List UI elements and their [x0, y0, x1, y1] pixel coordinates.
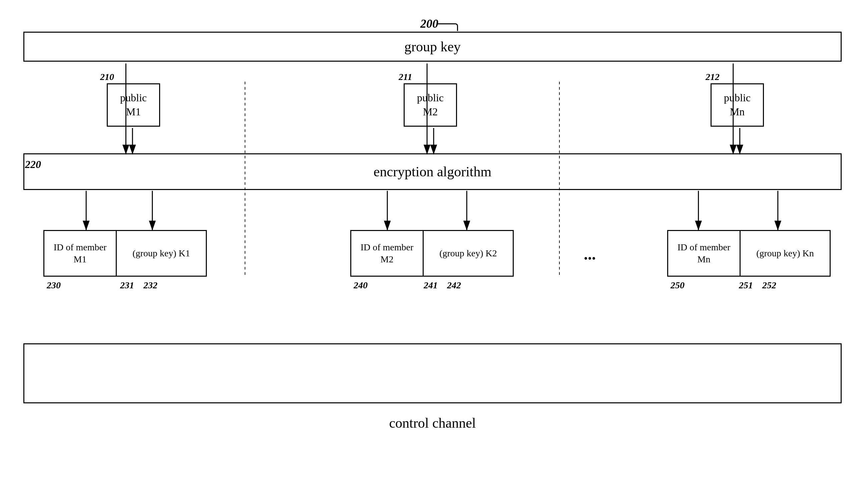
group-key-k2-label: (group key) K2: [439, 247, 497, 259]
encryption-algorithm-label: encryption algorithm: [373, 164, 492, 180]
group-key-k1-label: (group key) K1: [132, 247, 190, 259]
sub-label-241: 241: [424, 280, 438, 291]
sub-label-252: 252: [762, 280, 776, 291]
public-m2-line1: public: [417, 91, 444, 105]
label-ref-210: 210: [100, 72, 114, 82]
public-box-210: public M1: [107, 83, 160, 127]
sub-label-232: 232: [143, 280, 158, 291]
sub-label-230: 230: [47, 280, 61, 291]
public-m2-line2: M2: [423, 105, 438, 119]
sub-label-251: 251: [739, 280, 753, 291]
output-pair-230: ID of member M1 (group key) K1: [43, 230, 207, 277]
group-key-kn-box: (group key) Kn: [741, 230, 831, 277]
public-m1-line2: M1: [126, 105, 141, 119]
id-member-m1-label: ID of member M1: [48, 241, 113, 266]
output-pair-250: ID of member Mn (group key) Kn: [667, 230, 831, 277]
sub-label-250: 250: [670, 280, 684, 291]
id-member-mn-box: ID of member Mn: [667, 230, 741, 277]
label-ref-220: 220: [25, 158, 41, 171]
id-member-m2-box: ID of member M2: [350, 230, 424, 277]
control-channel-label: control channel: [13, 415, 852, 431]
public-mn-line1: public: [724, 91, 751, 105]
sub-label-242: 242: [447, 280, 461, 291]
public-box-211: public M2: [404, 83, 457, 127]
public-box-212: public Mn: [711, 83, 764, 127]
control-channel-box: [23, 343, 842, 403]
id-member-mn-label: ID of member Mn: [671, 241, 736, 266]
sub-label-240: 240: [354, 280, 368, 291]
id-member-m1-box: ID of member M1: [43, 230, 117, 277]
sub-label-231: 231: [120, 280, 134, 291]
public-m1-line1: public: [120, 91, 147, 105]
public-mn-line2: Mn: [730, 105, 745, 119]
group-key-k2-box: (group key) K2: [424, 230, 514, 277]
diagram-container: 200 group key public M1 210 public M2 21…: [13, 13, 852, 491]
label-ref-211: 211: [399, 72, 412, 82]
group-key-box: group key: [23, 32, 842, 62]
encryption-algorithm-box: encryption algorithm: [23, 153, 842, 190]
dots-separator: ...: [584, 245, 596, 263]
group-key-kn-label: (group key) Kn: [756, 247, 814, 259]
group-key-label: group key: [404, 39, 461, 55]
label-ref-212: 212: [705, 72, 719, 82]
label-200: 200: [420, 17, 438, 31]
id-member-m2-label: ID of member M2: [355, 241, 419, 266]
group-key-k1-box: (group key) K1: [117, 230, 207, 277]
output-pair-240: ID of member M2 (group key) K2: [350, 230, 514, 277]
